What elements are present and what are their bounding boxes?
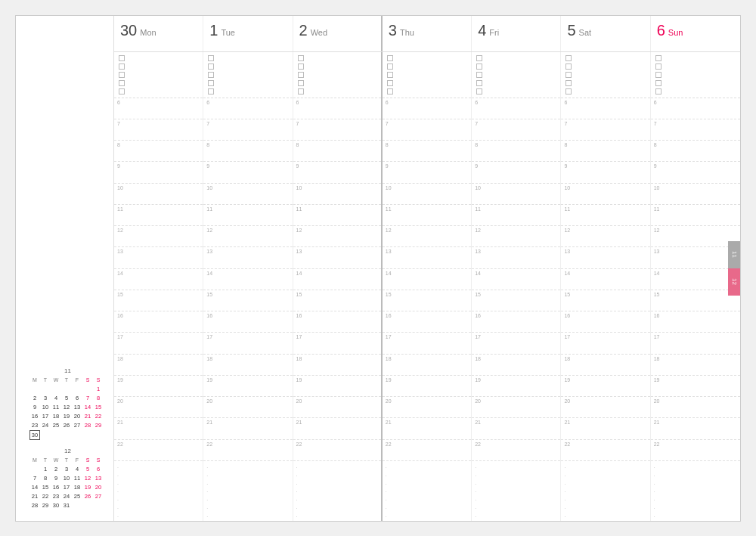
time-slot-18[interactable]: 18 xyxy=(203,355,292,376)
time-slot-9[interactable]: 9 xyxy=(561,162,649,183)
checkbox-row[interactable] xyxy=(387,80,466,86)
checkbox-row[interactable] xyxy=(655,80,736,86)
time-slot-17[interactable]: 17 xyxy=(472,333,560,354)
checkbox-row[interactable] xyxy=(565,72,645,78)
time-slot-6[interactable]: 6 xyxy=(293,98,381,119)
time-slot-12[interactable]: 12 xyxy=(651,226,740,247)
time-slot-18[interactable]: 18 xyxy=(293,355,381,376)
time-slot-19[interactable]: 19 xyxy=(203,376,292,397)
time-slot-15[interactable]: 15 xyxy=(383,290,471,311)
time-slot-7[interactable]: 7 xyxy=(383,119,471,141)
time-slot-17[interactable]: 17 xyxy=(114,333,203,354)
time-slot-22[interactable]: 22 xyxy=(561,440,649,461)
checkbox-row[interactable] xyxy=(119,88,198,94)
checkbox-row[interactable] xyxy=(208,80,287,86)
time-slot-11[interactable]: 11 xyxy=(561,205,649,226)
time-slot-18[interactable]: 18 xyxy=(114,355,203,376)
time-slot-10[interactable]: 10 xyxy=(383,184,471,205)
checkbox[interactable] xyxy=(208,80,214,86)
checkbox[interactable] xyxy=(655,55,662,61)
checkbox[interactable] xyxy=(119,64,125,70)
time-slot-21[interactable]: 21 xyxy=(472,418,560,439)
checkbox[interactable] xyxy=(119,72,125,78)
time-slot-11[interactable]: 11 xyxy=(114,205,203,226)
checkbox-row[interactable] xyxy=(208,88,287,94)
time-slot-13[interactable]: 13 xyxy=(203,247,292,268)
checkbox[interactable] xyxy=(476,55,482,61)
time-slot-9[interactable]: 9 xyxy=(383,162,471,183)
time-slot-7[interactable]: 7 xyxy=(293,119,381,141)
checkbox[interactable] xyxy=(565,72,572,78)
checkbox-row[interactable] xyxy=(565,55,645,61)
time-slot-17[interactable]: 17 xyxy=(203,333,292,354)
time-slot-19[interactable]: 19 xyxy=(561,376,649,397)
time-slot-20[interactable]: 20 xyxy=(293,397,381,418)
checkbox[interactable] xyxy=(565,64,572,70)
checkbox[interactable] xyxy=(119,88,125,94)
time-slot-15[interactable]: 15 xyxy=(561,290,649,311)
checkbox-row[interactable] xyxy=(298,64,376,70)
time-slot-9[interactable]: 9 xyxy=(114,162,203,183)
checkbox[interactable] xyxy=(655,88,662,94)
time-slot-8[interactable]: 8 xyxy=(293,141,381,162)
time-slot-9[interactable]: 9 xyxy=(651,162,740,183)
time-slot-14[interactable]: 14 xyxy=(383,269,471,290)
time-slot-12[interactable]: 12 xyxy=(472,226,560,247)
checkbox[interactable] xyxy=(298,64,304,70)
time-slot-16[interactable]: 16 xyxy=(651,311,740,333)
checkbox[interactable] xyxy=(208,72,214,78)
time-slot-22[interactable]: 22 xyxy=(472,440,560,461)
time-slot-21[interactable]: 21 xyxy=(561,418,649,439)
time-slot-22[interactable]: 22 xyxy=(203,440,292,461)
checkbox-row[interactable] xyxy=(119,80,198,86)
time-slot-7[interactable]: 7 xyxy=(114,119,203,141)
time-slot-14[interactable]: 14 xyxy=(651,269,740,290)
time-slot-12[interactable]: 12 xyxy=(203,226,292,247)
time-slot-19[interactable]: 19 xyxy=(472,376,560,397)
time-slot-6[interactable]: 6 xyxy=(203,98,292,119)
checkbox-row[interactable] xyxy=(655,88,736,94)
checkbox[interactable] xyxy=(208,88,214,94)
time-slot-11[interactable]: 11 xyxy=(203,205,292,226)
time-slot-15[interactable]: 15 xyxy=(293,290,381,311)
checkbox-row[interactable] xyxy=(208,64,287,70)
time-slot-19[interactable]: 19 xyxy=(383,376,471,397)
checkbox[interactable] xyxy=(565,80,572,86)
time-slot-13[interactable]: 13 xyxy=(651,247,740,268)
checkbox-row[interactable] xyxy=(476,72,556,78)
time-slot-8[interactable]: 8 xyxy=(472,141,560,162)
time-slot-16[interactable]: 16 xyxy=(203,311,292,333)
time-slot-10[interactable]: 10 xyxy=(114,184,203,205)
checkbox-row[interactable] xyxy=(565,64,645,70)
checkbox[interactable] xyxy=(298,72,304,78)
checkbox[interactable] xyxy=(655,80,662,86)
time-slot-20[interactable]: 20 xyxy=(383,397,471,418)
checkbox-row[interactable] xyxy=(476,55,556,61)
time-slot-21[interactable]: 21 xyxy=(293,418,381,439)
checkbox-row[interactable] xyxy=(208,72,287,78)
checkbox-row[interactable] xyxy=(119,55,198,61)
time-slot-18[interactable]: 18 xyxy=(651,355,740,376)
time-slot-17[interactable]: 17 xyxy=(293,333,381,354)
time-slot-22[interactable]: 22 xyxy=(293,440,381,461)
checkbox-row[interactable] xyxy=(119,72,198,78)
checkbox-row[interactable] xyxy=(119,64,198,70)
checkbox-row[interactable] xyxy=(387,72,466,78)
time-slot-14[interactable]: 14 xyxy=(561,269,649,290)
time-slot-16[interactable]: 16 xyxy=(114,311,203,333)
time-slot-13[interactable]: 13 xyxy=(293,247,381,268)
time-slot-8[interactable]: 8 xyxy=(561,141,649,162)
time-slot-22[interactable]: 22 xyxy=(114,440,203,461)
checkbox[interactable] xyxy=(298,55,304,61)
time-slot-14[interactable]: 14 xyxy=(472,269,560,290)
checkbox[interactable] xyxy=(476,80,482,86)
time-slot-12[interactable]: 12 xyxy=(293,226,381,247)
checkbox[interactable] xyxy=(387,72,393,78)
checkbox[interactable] xyxy=(119,80,125,86)
time-slot-11[interactable]: 11 xyxy=(293,205,381,226)
checkbox-row[interactable] xyxy=(476,88,556,94)
checkbox[interactable] xyxy=(298,80,304,86)
time-slot-10[interactable]: 10 xyxy=(561,184,649,205)
checkbox-row[interactable] xyxy=(387,64,466,70)
time-slot-16[interactable]: 16 xyxy=(561,311,649,333)
